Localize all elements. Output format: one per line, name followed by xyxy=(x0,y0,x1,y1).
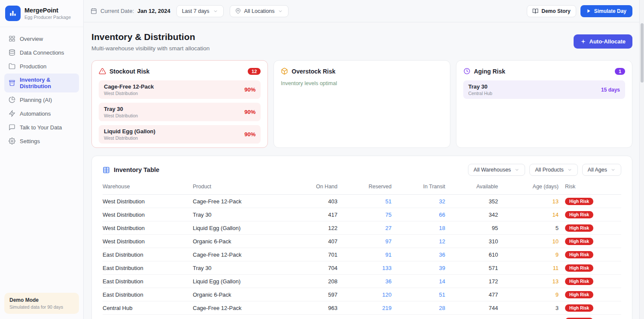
warehouse-filter-value: All Warehouses xyxy=(474,167,511,173)
location-dropdown[interactable]: All Locations xyxy=(230,5,289,17)
aging-item-warehouse: Central Hub xyxy=(468,91,492,96)
map-pin-icon xyxy=(235,8,241,14)
age-filter-dropdown[interactable]: All Ages xyxy=(582,164,621,176)
cell-age: 13 xyxy=(498,278,559,285)
risk-badge: High Risk xyxy=(565,278,593,285)
calendar-icon xyxy=(91,8,97,14)
cell-available: 744 xyxy=(445,305,498,311)
cell-in-transit: 51 xyxy=(392,291,445,298)
table-icon xyxy=(103,166,110,174)
sidebar-item-talk-to-your-data[interactable]: Talk to Your Data xyxy=(4,121,79,134)
cell-available: 310 xyxy=(445,238,498,245)
stockout-item-product: Tray 30 xyxy=(104,106,138,112)
database-icon xyxy=(9,49,15,56)
table-row: West Distribution Cage-Free 12-Pack 403 … xyxy=(103,195,621,208)
inventory-table-title: Inventory Table xyxy=(114,166,159,173)
age-filter-value: All Ages xyxy=(588,167,607,173)
stockout-item-product: Liquid Egg (Gallon) xyxy=(104,128,155,135)
table-row: East Distribution Organic 6-Pack 597 120… xyxy=(103,288,621,301)
sidebar: MergePoint Egg Producer Package Overview… xyxy=(0,0,84,319)
sidebar-item-inventory-distribution[interactable]: Inventory & Distribution xyxy=(4,74,79,92)
cell-reserved: 51 xyxy=(337,198,392,205)
chevron-down-icon xyxy=(567,167,572,172)
col-header-in-transit: In Transit xyxy=(392,184,445,190)
date-range-value: Last 7 days xyxy=(182,8,210,14)
table-row: East Distribution Liquid Egg (Gallon) 20… xyxy=(103,275,621,288)
demo-story-button[interactable]: Demo Story xyxy=(527,5,576,17)
sidebar-item-data-connections[interactable]: Data Connections xyxy=(4,46,79,59)
table-row: West Distribution Tray 30 417 75 66 342 … xyxy=(103,208,621,221)
table-column-headers: Warehouse Product On Hand Reserved In Tr… xyxy=(103,184,621,195)
cell-age: 3 xyxy=(498,305,559,311)
demo-story-label: Demo Story xyxy=(541,8,570,14)
risk-cards-row: Stockout Risk 12 Cage-Free 12-Pack West … xyxy=(91,60,632,148)
table-row: East Distribution Cage-Free 12-Pack 701 … xyxy=(103,248,621,261)
sidebar-item-automations[interactable]: Automations xyxy=(4,107,79,120)
cell-in-transit: 39 xyxy=(392,265,445,271)
sidebar-item-settings[interactable]: Settings xyxy=(4,135,79,147)
col-header-product: Product xyxy=(193,184,285,190)
vertical-scrollbar[interactable] xyxy=(639,0,644,319)
cell-on-hand: 403 xyxy=(285,198,337,205)
cell-on-hand: 704 xyxy=(285,265,337,271)
stockout-item: Cage-Free 12-Pack West Distribution 90% xyxy=(99,80,261,99)
cell-in-transit: 32 xyxy=(392,198,445,205)
location-value: All Locations xyxy=(244,8,275,14)
sidebar-item-label: Planning (AI) xyxy=(20,97,52,103)
overstock-card-title: Overstock Risk xyxy=(292,68,335,75)
alert-triangle-icon xyxy=(99,67,106,75)
current-date-label: Current Date: xyxy=(100,8,134,14)
sidebar-item-label: Data Connections xyxy=(20,49,64,56)
sidebar-item-overview[interactable]: Overview xyxy=(4,32,79,45)
table-row: West Distribution Organic 6-Pack 407 97 … xyxy=(103,235,621,248)
table-row: East Distribution Tray 30 704 133 39 571… xyxy=(103,261,621,275)
cell-warehouse: West Distribution xyxy=(103,225,193,231)
demo-mode-title: Demo Mode xyxy=(9,297,74,303)
cell-reserved: 133 xyxy=(337,265,392,271)
cell-on-hand: 701 xyxy=(285,252,337,258)
product-filter-dropdown[interactable]: All Products xyxy=(529,164,578,176)
sidebar-nav: Overview Data Connections Production Inv… xyxy=(0,27,83,147)
date-range-dropdown[interactable]: Last 7 days xyxy=(176,5,224,17)
pie-chart-icon xyxy=(9,96,15,103)
cell-age: 5 xyxy=(498,225,559,231)
product-filter-value: All Products xyxy=(535,167,564,173)
sidebar-item-production[interactable]: Production xyxy=(4,60,79,73)
package-icon xyxy=(281,67,288,75)
warehouse-filter-dropdown[interactable]: All Warehouses xyxy=(468,164,525,176)
col-header-age: Age (days) xyxy=(498,184,559,190)
folder-icon xyxy=(9,63,15,70)
chevron-down-icon xyxy=(611,167,616,172)
archive-icon xyxy=(9,80,15,86)
cell-reserved: 27 xyxy=(337,225,392,231)
auto-allocate-button[interactable]: Auto-Allocate xyxy=(574,34,633,49)
simulate-day-button[interactable]: Simulate Day xyxy=(580,5,632,17)
cell-warehouse: West Distribution xyxy=(103,238,193,245)
risk-badge: High Risk xyxy=(565,224,593,232)
cell-available: 342 xyxy=(445,212,498,218)
scrollbar-thumb[interactable] xyxy=(641,23,644,83)
stockout-risk-card: Stockout Risk 12 Cage-Free 12-Pack West … xyxy=(91,60,268,148)
cell-available: 352 xyxy=(445,198,498,205)
demo-mode-subtitle: Simulated data for 90 days xyxy=(9,304,74,310)
app-tagline: Egg Producer Package xyxy=(24,15,71,20)
chevron-down-icon xyxy=(213,9,218,14)
app-root: MergePoint Egg Producer Package Overview… xyxy=(0,0,644,319)
stockout-item-value: 90% xyxy=(244,109,255,115)
aging-card-title: Aging Risk xyxy=(474,68,505,75)
cell-age: 9 xyxy=(498,291,559,298)
sidebar-item-label: Overview xyxy=(20,36,43,42)
risk-badge: High Risk xyxy=(565,304,593,312)
cell-reserved: 97 xyxy=(337,238,392,245)
cell-on-hand: 407 xyxy=(285,238,337,245)
col-header-warehouse: Warehouse xyxy=(103,184,193,190)
cell-product: Cage-Free 12-Pack xyxy=(193,198,285,205)
cell-on-hand: 208 xyxy=(285,278,337,285)
col-header-available: Available xyxy=(445,184,498,190)
cell-warehouse: West Distribution xyxy=(103,212,193,218)
sidebar-item-planning-ai[interactable]: Planning (AI) xyxy=(4,93,79,106)
chat-icon xyxy=(9,124,15,131)
cell-product: Cage-Free 12-Pack xyxy=(193,305,285,311)
clock-icon xyxy=(463,67,471,75)
cell-product: Organic 6-Pack xyxy=(193,238,285,245)
